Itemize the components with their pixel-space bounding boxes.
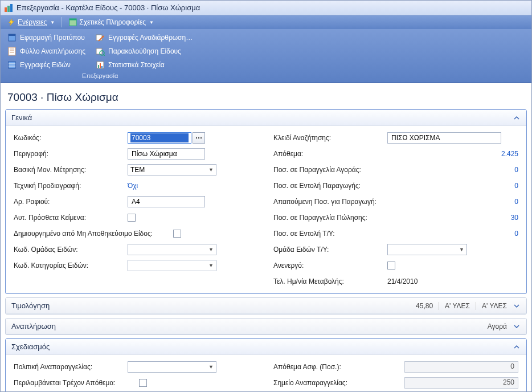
req-for-prod-link[interactable]: 0 [416, 198, 518, 206]
label-item-category: Κωδ. Κατηγορίας Ειδών: [14, 262, 128, 270]
inventory-link[interactable]: 2.425 [404, 150, 518, 158]
fasttab-planning-header[interactable]: Σχεδιασμός [6, 339, 526, 355]
label-auto-ext-texts: Αυτ. Πρόσθετα Κείμενα: [14, 214, 128, 222]
chevron-up-icon [513, 343, 521, 351]
stats-icon [96, 60, 105, 70]
chevron-down-icon: ▼ [149, 20, 154, 25]
reorder-point-field[interactable]: 250 [404, 377, 518, 389]
tech-spec-link[interactable]: Όχι [128, 182, 138, 190]
apply-template-button[interactable]: Εφαρμογή Προτύπου [5, 31, 88, 44]
svg-rect-22 [100, 63, 101, 68]
description-field[interactable] [128, 148, 205, 160]
item-category-combo[interactable]: ▼ [128, 260, 216, 271]
replenish-summary: Αγορά [488, 322, 507, 330]
chevron-down-icon [513, 322, 521, 330]
sheet-icon [7, 47, 17, 56]
svg-rect-10 [9, 47, 15, 55]
label-shelf: Αρ. Ραφιού: [14, 198, 128, 206]
qty-on-so-link[interactable]: 30 [404, 214, 518, 222]
created-nonstock-checkbox[interactable] [173, 230, 181, 238]
chevron-down-icon: ▼ [207, 364, 215, 370]
svg-rect-5 [69, 19, 76, 21]
svg-line-16 [104, 55, 105, 56]
reorder-policy-combo[interactable]: ▼ [128, 361, 216, 373]
last-modified-value: 21/4/2010 [387, 277, 418, 285]
label-req-for-prod: Απαιτούμενη Ποσ. για Παραγωγή: [273, 198, 399, 206]
entries-icon [7, 60, 17, 70]
label-qty-on-po: Ποσ. σε Παραγγελία Αγοράς: [273, 166, 387, 174]
invoicing-summary-a: Α' ΥΛΕΣ [439, 302, 470, 310]
chevron-down-icon: ▼ [207, 263, 215, 268]
item-tracking-button[interactable]: Παρακολούθηση Είδους [93, 45, 195, 58]
window-title: Επεξεργασία - Καρτέλα Είδους - 70003 · Π… [17, 3, 200, 12]
related-info-menu[interactable]: Σχετικές Πληροφορίες ▼ [66, 17, 157, 27]
label-include-inventory: Περιλαμβάνεται Τρέχον Απόθεμα: [14, 379, 139, 387]
ribbon: Εφαρμογή Προτύπου Εγγραφές Αναδιάρθρωση…… [1, 29, 531, 83]
replenish-sheet-button[interactable]: Φύλλο Αναπλήρωσης [5, 45, 88, 58]
search-key-field[interactable] [387, 132, 501, 144]
fasttab-invoicing-header[interactable]: Τιμολόγηση 45,80 Α' ΥΛΕΣ Α' ΥΛΕΣ [6, 298, 526, 314]
label-base-uom: Βασική Μον. Μέτρησης: [14, 166, 128, 174]
label-transfer-group: Ομάδα Ειδών Τ/Υ: [273, 246, 387, 254]
shelf-field[interactable] [128, 196, 205, 207]
include-inventory-checkbox[interactable] [139, 379, 147, 387]
chevron-down-icon [513, 302, 521, 310]
content-area: 70003 · Πίσω Χώρισμα Γενικά Κωδικός: ⋯ [1, 83, 531, 391]
label-qty-on-transfer: Ποσ. σε Εντολή Τ/Υ: [273, 230, 387, 238]
reclass-icon [96, 33, 105, 42]
item-group-combo[interactable]: ▼ [128, 244, 216, 255]
label-tech-spec: Τεχνική Προδιαγραφή: [14, 182, 128, 190]
fasttab-general-header[interactable]: Γενικά [6, 110, 526, 126]
app-icon [4, 3, 13, 13]
chevron-down-icon: ▼ [458, 247, 465, 252]
chevron-down-icon: ▼ [207, 247, 215, 252]
label-search-key: Κλειδί Αναζήτησης: [273, 134, 387, 142]
statistics-button[interactable]: Στατιστικά Στοιχεία [93, 59, 195, 71]
label-reorder-policy: Πολιτική Αναπαραγγελίας: [14, 363, 128, 371]
transfer-group-combo[interactable]: ▼ [387, 244, 467, 255]
item-entries-button[interactable]: Εγγραφές Ειδών [5, 59, 88, 71]
chevron-down-icon: ▼ [50, 20, 55, 25]
ribbon-group-edit: Εφαρμογή Προτύπου Εγγραφές Αναδιάρθρωση…… [1, 29, 199, 83]
label-qty-on-so: Ποσ. σε Παραγγελία Πώλησης: [273, 214, 387, 222]
label-last-modified: Τελ. Ημ/νία Μεταβολής: [273, 277, 387, 285]
svg-rect-17 [9, 62, 15, 68]
svg-rect-23 [101, 66, 103, 68]
toolbar-separator [62, 17, 62, 27]
window: Επεξεργασία - Καρτέλα Είδους - 70003 · Π… [0, 0, 532, 392]
base-uom-combo[interactable]: TEM ▼ [128, 164, 216, 175]
qty-on-transfer-link[interactable]: 0 [404, 230, 518, 238]
lightning-icon [7, 18, 15, 26]
fasttab-general: Γενικά Κωδικός: ⋯ Περιγραφή [5, 109, 527, 294]
label-created-nonstock: Δημιουργημένο από Μη Αποθηκεύσιμο Είδος: [14, 230, 173, 238]
code-lookup-button[interactable]: ⋯ [193, 132, 205, 144]
label-inactive: Ανενεργό: [273, 262, 387, 270]
svg-marker-3 [9, 19, 14, 26]
safety-stock-field[interactable]: 0 [404, 361, 518, 373]
fasttab-invoicing: Τιμολόγηση 45,80 Α' ΥΛΕΣ Α' ΥΛΕΣ [5, 297, 527, 315]
fasttab-replenish: Αναπλήρωση Αγορά [5, 318, 527, 335]
svg-rect-0 [5, 7, 7, 12]
label-code: Κωδικός: [14, 134, 128, 142]
actions-menu[interactable]: Ενέργειες ▼ [4, 17, 58, 27]
svg-rect-21 [98, 65, 99, 68]
toolbar: Ενέργειες ▼ Σχετικές Πληροφορίες ▼ [1, 15, 531, 29]
fasttab-planning: Σχεδιασμός Πολιτική Αναπαραγγελίας: ▼ [5, 338, 527, 391]
reclass-entries-button[interactable]: Εγγραφές Αναδιάρθρωση… [93, 31, 195, 44]
fasttab-replenish-header[interactable]: Αναπλήρωση Αγορά [6, 318, 526, 334]
label-item-group: Κωδ. Ομάδας Ειδών: [14, 246, 128, 254]
chevron-down-icon: ▼ [207, 167, 215, 173]
template-icon [7, 33, 17, 42]
titlebar: Επεξεργασία - Καρτέλα Είδους - 70003 · Π… [1, 1, 531, 15]
qty-on-prod-link[interactable]: 0 [404, 182, 518, 190]
auto-ext-texts-checkbox[interactable] [128, 214, 136, 222]
svg-rect-1 [7, 6, 10, 12]
code-field[interactable] [128, 132, 191, 144]
page-title: 70003 · Πίσω Χώρισμα [5, 88, 527, 109]
svg-rect-7 [9, 34, 15, 36]
label-reorder-point: Σημείο Αναπαραγγελίας: [273, 379, 387, 387]
invoicing-summary-price: 45,80 [416, 302, 433, 310]
ribbon-group-title: Επεξεργασία [5, 71, 195, 81]
inactive-checkbox[interactable] [387, 262, 395, 270]
qty-on-po-link[interactable]: 0 [404, 166, 518, 174]
